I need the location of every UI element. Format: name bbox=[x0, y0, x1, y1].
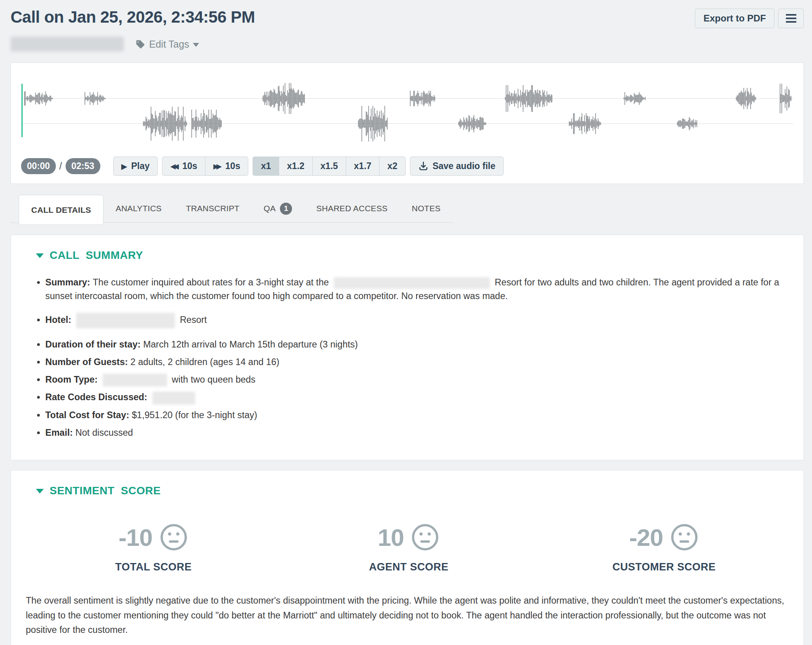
menu-button[interactable] bbox=[778, 9, 804, 28]
call-summary-list: Summary: The customer inquired about rat… bbox=[26, 276, 791, 440]
redacted-text bbox=[152, 392, 195, 404]
summary-bullet: Email: Not discussed bbox=[45, 426, 791, 440]
bullet-label: Email: bbox=[45, 428, 75, 438]
bullet-label: Duration of their stay: bbox=[45, 339, 143, 349]
qa-count-badge: 1 bbox=[280, 203, 292, 215]
summary-bullet: Number of Guests: 2 adults, 2 children (… bbox=[45, 355, 791, 369]
skip-back-label: 10s bbox=[182, 161, 197, 171]
tab-bar: CALL DETAILSANALYTICSTRANSCRIPTQA1SHARED… bbox=[11, 195, 804, 225]
summary-bullet: Duration of their stay: March 12th arriv… bbox=[45, 338, 791, 351]
current-time-badge: 00:00 bbox=[21, 158, 56, 174]
tab-label: TRANSCRIPT bbox=[186, 204, 239, 213]
redacted-text bbox=[76, 313, 175, 328]
collapse-caret-icon bbox=[36, 489, 44, 494]
redacted-text bbox=[103, 374, 167, 387]
call-summary-section: CALL SUMMARY Summary: The customer inqui… bbox=[11, 235, 804, 460]
rewind-10s-icon: ◀◀ bbox=[170, 163, 176, 170]
score-label: AGENT SCORE bbox=[369, 561, 449, 573]
score-label: CUSTOMER SCORE bbox=[613, 561, 716, 573]
save-audio-button[interactable]: Save audio file bbox=[410, 157, 504, 176]
player-controls: 00:00 / 02:53 ▶ Play ◀◀ 10s ▶▶ 10s x1x1.… bbox=[21, 157, 793, 176]
hamburger-icon bbox=[786, 18, 796, 19]
time-separator: / bbox=[59, 160, 62, 172]
redacted-text bbox=[334, 277, 490, 289]
tag-row: Edit Tags bbox=[11, 37, 804, 52]
neutral-face-icon bbox=[159, 523, 188, 552]
tab-transcript[interactable]: TRANSCRIPT bbox=[174, 195, 251, 223]
skip-forward-10s-button[interactable]: ▶▶ 10s bbox=[205, 157, 248, 176]
score-block: 10AGENT SCORE bbox=[281, 523, 536, 573]
score-block: -20CUSTOMER SCORE bbox=[536, 523, 792, 573]
tab-call-details[interactable]: CALL DETAILS bbox=[19, 195, 103, 225]
tab-label: SHARED ACCESS bbox=[316, 204, 387, 213]
tag-icon bbox=[135, 39, 145, 49]
score-value: 10 bbox=[378, 524, 404, 551]
save-audio-label: Save audio file bbox=[433, 161, 495, 171]
forward-10s-icon: ▶▶ bbox=[213, 163, 219, 170]
page-title: Call on Jan 25, 2026, 2:34:56 PM bbox=[11, 8, 255, 27]
speed-group: x1x1.2x1.5x1.7x2 bbox=[253, 157, 405, 176]
bullet-label: Hotel: bbox=[45, 315, 74, 325]
speed-x1-button[interactable]: x1 bbox=[253, 157, 279, 176]
skip-back-10s-button[interactable]: ◀◀ 10s bbox=[162, 157, 205, 176]
score-block: -10TOTAL SCORE bbox=[26, 523, 281, 573]
skip-button-group: ◀◀ 10s ▶▶ 10s bbox=[162, 157, 248, 176]
bullet-label: Room Type: bbox=[45, 374, 100, 385]
tab-shared-access[interactable]: SHARED ACCESS bbox=[304, 195, 399, 223]
skip-forward-label: 10s bbox=[225, 161, 240, 171]
waveform[interactable] bbox=[21, 68, 793, 153]
caret-down-icon bbox=[193, 43, 199, 47]
score-value: -20 bbox=[629, 524, 663, 551]
call-summary-header[interactable]: CALL SUMMARY bbox=[36, 249, 143, 262]
tab-label: CALL DETAILS bbox=[31, 205, 91, 215]
sentiment-score-title: SENTIMENT SCORE bbox=[50, 485, 161, 497]
edit-tags-label: Edit Tags bbox=[149, 39, 189, 50]
bullet-label: Total Cost for Stay: bbox=[45, 410, 132, 420]
tab-label: NOTES bbox=[412, 204, 441, 213]
bullet-label: Rate Codes Discussed: bbox=[45, 392, 150, 402]
sentiment-score-section: SENTIMENT SCORE -10TOTAL SCORE10AGENT SC… bbox=[11, 470, 804, 645]
play-label: Play bbox=[131, 161, 150, 171]
summary-bullet: Room Type: with two queen beds bbox=[45, 373, 791, 387]
bullet-label: Summary: bbox=[45, 277, 93, 287]
export-to-pdf-button[interactable]: Export to PDF bbox=[695, 9, 775, 28]
collapse-caret-icon bbox=[36, 253, 44, 258]
speed-x1.5-button[interactable]: x1.5 bbox=[313, 157, 346, 176]
tab-label: QA bbox=[264, 204, 276, 213]
tab-qa[interactable]: QA1 bbox=[251, 195, 304, 223]
neutral-face-icon bbox=[411, 523, 440, 552]
summary-bullet: Hotel: Resort bbox=[45, 313, 791, 328]
speed-x2-button[interactable]: x2 bbox=[379, 157, 406, 176]
page-header: Call on Jan 25, 2026, 2:34:56 PM Export … bbox=[11, 5, 804, 28]
play-button[interactable]: ▶ Play bbox=[113, 157, 158, 176]
score-value: -10 bbox=[119, 524, 153, 551]
score-label: TOTAL SCORE bbox=[115, 561, 192, 573]
play-icon: ▶ bbox=[121, 162, 127, 170]
audio-player-card: 00:00 / 02:53 ▶ Play ◀◀ 10s ▶▶ 10s x1x1.… bbox=[11, 62, 804, 184]
redacted-tag bbox=[11, 37, 124, 52]
time-display: 00:00 / 02:53 bbox=[21, 158, 100, 174]
speed-x1.2-button[interactable]: x1.2 bbox=[279, 157, 313, 176]
neutral-face-icon bbox=[670, 523, 699, 552]
summary-bullet: Rate Codes Discussed: bbox=[45, 390, 791, 404]
bullet-label: Number of Guests: bbox=[45, 357, 130, 367]
speed-x1.7-button[interactable]: x1.7 bbox=[346, 157, 380, 176]
download-icon bbox=[418, 161, 429, 171]
tab-analytics[interactable]: ANALYTICS bbox=[103, 195, 174, 223]
sentiment-score-header[interactable]: SENTIMENT SCORE bbox=[36, 485, 161, 497]
edit-tags-button[interactable]: Edit Tags bbox=[135, 39, 199, 50]
summary-bullet: Summary: The customer inquired about rat… bbox=[45, 276, 791, 303]
sentiment-scores: -10TOTAL SCORE10AGENT SCORE-20CUSTOMER S… bbox=[26, 523, 792, 573]
call-summary-title: CALL SUMMARY bbox=[50, 249, 143, 262]
call-detail-page: Call on Jan 25, 2026, 2:34:56 PM Export … bbox=[0, 0, 812, 645]
header-actions: Export to PDF bbox=[695, 9, 804, 28]
total-duration-badge: 02:53 bbox=[66, 158, 100, 174]
sentiment-explanation: The overall sentiment is slightly negati… bbox=[26, 593, 792, 638]
tab-label: ANALYTICS bbox=[116, 204, 162, 213]
summary-bullet: Total Cost for Stay: $1,951.20 (for the … bbox=[45, 408, 791, 422]
tab-notes[interactable]: NOTES bbox=[400, 195, 453, 223]
